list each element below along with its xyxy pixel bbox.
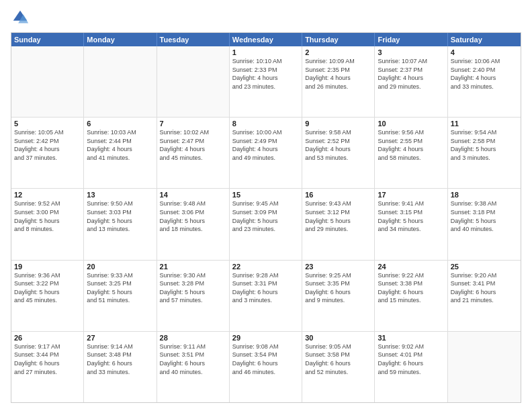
calendar-cell: 18Sunrise: 9:38 AM Sunset: 3:18 PM Dayli…: [448, 189, 521, 259]
day-number: 22: [232, 263, 299, 271]
day-number: 16: [305, 191, 371, 199]
calendar-row: 5Sunrise: 10:05 AM Sunset: 2:42 PM Dayli…: [11, 118, 521, 189]
calendar-cell: 14Sunrise: 9:48 AM Sunset: 3:06 PM Dayli…: [157, 189, 230, 259]
day-number: 10: [378, 120, 444, 128]
day-info: Sunrise: 9:54 AM Sunset: 2:58 PM Dayligh…: [451, 128, 518, 162]
calendar-cell: 27Sunrise: 9:14 AM Sunset: 3:48 PM Dayli…: [84, 332, 157, 402]
calendar-cell: [157, 46, 230, 117]
calendar-cell: 11Sunrise: 9:54 AM Sunset: 2:58 PM Dayli…: [448, 118, 521, 188]
calendar-cell: 7Sunrise: 10:02 AM Sunset: 2:47 PM Dayli…: [157, 118, 230, 188]
calendar: SundayMondayTuesdayWednesdayThursdayFrid…: [11, 32, 521, 403]
day-info: Sunrise: 9:45 AM Sunset: 3:09 PM Dayligh…: [232, 199, 299, 233]
calendar-cell: [11, 46, 84, 117]
logo: [11, 8, 32, 27]
day-info: Sunrise: 9:38 AM Sunset: 3:18 PM Dayligh…: [451, 199, 518, 233]
calendar-cell: 31Sunrise: 9:02 AM Sunset: 4:01 PM Dayli…: [375, 332, 447, 402]
day-number: 21: [160, 263, 226, 271]
day-number: 23: [305, 263, 371, 271]
weekday-header: Tuesday: [157, 33, 230, 46]
calendar-cell: 1Sunrise: 10:10 AM Sunset: 2:33 PM Dayli…: [230, 46, 302, 117]
day-info: Sunrise: 10:07 AM Sunset: 2:37 PM Daylig…: [378, 57, 444, 91]
day-info: Sunrise: 10:09 AM Sunset: 2:35 PM Daylig…: [305, 57, 371, 91]
day-number: 15: [232, 191, 299, 199]
day-number: 6: [87, 120, 153, 128]
day-number: 29: [232, 334, 299, 342]
day-number: 9: [305, 120, 371, 128]
day-info: Sunrise: 9:20 AM Sunset: 3:41 PM Dayligh…: [451, 271, 518, 305]
day-info: Sunrise: 10:02 AM Sunset: 2:47 PM Daylig…: [160, 128, 226, 162]
day-number: 3: [378, 48, 444, 56]
calendar-row: 12Sunrise: 9:52 AM Sunset: 3:00 PM Dayli…: [11, 189, 521, 260]
day-info: Sunrise: 9:33 AM Sunset: 3:25 PM Dayligh…: [87, 271, 153, 305]
day-number: 7: [160, 120, 226, 128]
day-info: Sunrise: 10:03 AM Sunset: 2:44 PM Daylig…: [87, 128, 153, 162]
day-info: Sunrise: 9:05 AM Sunset: 3:58 PM Dayligh…: [305, 342, 371, 376]
day-info: Sunrise: 9:17 AM Sunset: 3:44 PM Dayligh…: [14, 342, 81, 376]
weekday-header: Wednesday: [230, 33, 302, 46]
day-info: Sunrise: 9:25 AM Sunset: 3:35 PM Dayligh…: [305, 271, 371, 305]
calendar-cell: 24Sunrise: 9:22 AM Sunset: 3:38 PM Dayli…: [375, 261, 447, 331]
day-info: Sunrise: 9:14 AM Sunset: 3:48 PM Dayligh…: [87, 342, 153, 376]
day-info: Sunrise: 9:30 AM Sunset: 3:28 PM Dayligh…: [160, 271, 226, 305]
day-info: Sunrise: 9:52 AM Sunset: 3:00 PM Dayligh…: [14, 199, 81, 233]
day-number: 25: [451, 263, 518, 271]
day-number: 13: [87, 191, 153, 199]
calendar-cell: 10Sunrise: 9:56 AM Sunset: 2:55 PM Dayli…: [375, 118, 447, 188]
calendar-cell: 12Sunrise: 9:52 AM Sunset: 3:00 PM Dayli…: [11, 189, 84, 259]
calendar-cell: 29Sunrise: 9:08 AM Sunset: 3:54 PM Dayli…: [230, 332, 302, 402]
day-number: 26: [14, 334, 81, 342]
day-info: Sunrise: 10:00 AM Sunset: 2:49 PM Daylig…: [232, 128, 299, 162]
calendar-cell: 16Sunrise: 9:43 AM Sunset: 3:12 PM Dayli…: [302, 189, 375, 259]
day-number: 12: [14, 191, 81, 199]
logo-icon: [11, 8, 30, 27]
day-number: 17: [378, 191, 444, 199]
day-number: 18: [451, 191, 518, 199]
calendar-row: 19Sunrise: 9:36 AM Sunset: 3:22 PM Dayli…: [11, 261, 521, 332]
day-info: Sunrise: 9:02 AM Sunset: 4:01 PM Dayligh…: [378, 342, 444, 376]
day-number: 28: [160, 334, 226, 342]
weekday-header: Saturday: [448, 33, 521, 46]
calendar-cell: 17Sunrise: 9:41 AM Sunset: 3:15 PM Dayli…: [375, 189, 447, 259]
calendar-cell: [448, 332, 521, 402]
calendar-cell: 22Sunrise: 9:28 AM Sunset: 3:31 PM Dayli…: [230, 261, 302, 331]
day-info: Sunrise: 9:50 AM Sunset: 3:03 PM Dayligh…: [87, 199, 153, 233]
weekday-header: Monday: [84, 33, 157, 46]
day-info: Sunrise: 9:08 AM Sunset: 3:54 PM Dayligh…: [232, 342, 299, 376]
calendar-cell: 6Sunrise: 10:03 AM Sunset: 2:44 PM Dayli…: [84, 118, 157, 188]
day-number: 1: [232, 48, 299, 56]
day-number: 24: [378, 263, 444, 271]
day-info: Sunrise: 9:11 AM Sunset: 3:51 PM Dayligh…: [160, 342, 226, 376]
calendar-cell: 19Sunrise: 9:36 AM Sunset: 3:22 PM Dayli…: [11, 261, 84, 331]
calendar-cell: 30Sunrise: 9:05 AM Sunset: 3:58 PM Dayli…: [302, 332, 375, 402]
calendar-cell: 4Sunrise: 10:06 AM Sunset: 2:40 PM Dayli…: [448, 46, 521, 117]
calendar-cell: 20Sunrise: 9:33 AM Sunset: 3:25 PM Dayli…: [84, 261, 157, 331]
calendar-cell: 15Sunrise: 9:45 AM Sunset: 3:09 PM Dayli…: [230, 189, 302, 259]
day-info: Sunrise: 9:48 AM Sunset: 3:06 PM Dayligh…: [160, 199, 226, 233]
page: SundayMondayTuesdayWednesdayThursdayFrid…: [0, 0, 532, 411]
day-number: 2: [305, 48, 371, 56]
calendar-cell: 2Sunrise: 10:09 AM Sunset: 2:35 PM Dayli…: [302, 46, 375, 117]
day-number: 31: [378, 334, 444, 342]
calendar-cell: [84, 46, 157, 117]
calendar-header: SundayMondayTuesdayWednesdayThursdayFrid…: [11, 33, 521, 46]
day-info: Sunrise: 9:56 AM Sunset: 2:55 PM Dayligh…: [378, 128, 444, 162]
day-info: Sunrise: 9:43 AM Sunset: 3:12 PM Dayligh…: [305, 199, 371, 233]
weekday-header: Thursday: [302, 33, 375, 46]
calendar-cell: 25Sunrise: 9:20 AM Sunset: 3:41 PM Dayli…: [448, 261, 521, 331]
day-number: 4: [451, 48, 518, 56]
day-number: 27: [87, 334, 153, 342]
calendar-cell: 28Sunrise: 9:11 AM Sunset: 3:51 PM Dayli…: [157, 332, 230, 402]
calendar-cell: 13Sunrise: 9:50 AM Sunset: 3:03 PM Dayli…: [84, 189, 157, 259]
day-info: Sunrise: 9:41 AM Sunset: 3:15 PM Dayligh…: [378, 199, 444, 233]
day-info: Sunrise: 9:28 AM Sunset: 3:31 PM Dayligh…: [232, 271, 299, 305]
calendar-cell: 8Sunrise: 10:00 AM Sunset: 2:49 PM Dayli…: [230, 118, 302, 188]
calendar-body: 1Sunrise: 10:10 AM Sunset: 2:33 PM Dayli…: [11, 46, 521, 402]
calendar-row: 1Sunrise: 10:10 AM Sunset: 2:33 PM Dayli…: [11, 46, 521, 118]
calendar-cell: 23Sunrise: 9:25 AM Sunset: 3:35 PM Dayli…: [302, 261, 375, 331]
weekday-header: Friday: [375, 33, 447, 46]
day-number: 14: [160, 191, 226, 199]
day-number: 19: [14, 263, 81, 271]
day-number: 8: [232, 120, 299, 128]
header: [11, 8, 521, 27]
day-info: Sunrise: 10:06 AM Sunset: 2:40 PM Daylig…: [451, 57, 518, 91]
